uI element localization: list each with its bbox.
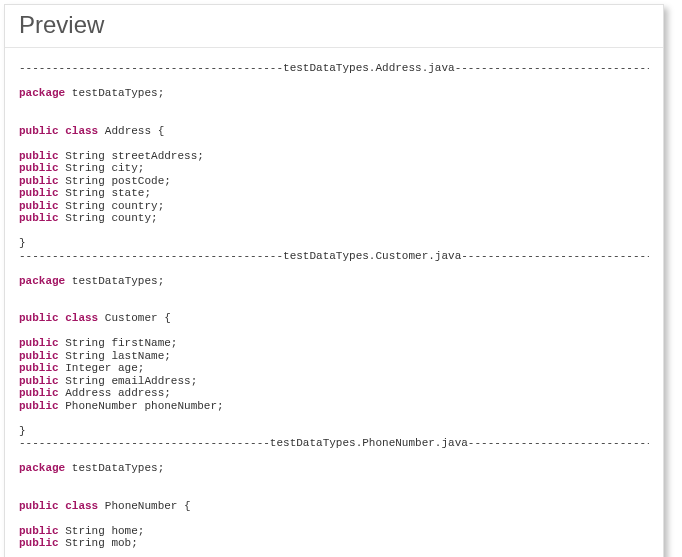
preview-panel: Preview --------------------------------…: [4, 4, 664, 557]
panel-title: Preview: [19, 11, 649, 39]
panel-body: ----------------------------------------…: [5, 48, 663, 557]
panel-header: Preview: [5, 5, 663, 48]
code-preview: ----------------------------------------…: [19, 62, 649, 557]
